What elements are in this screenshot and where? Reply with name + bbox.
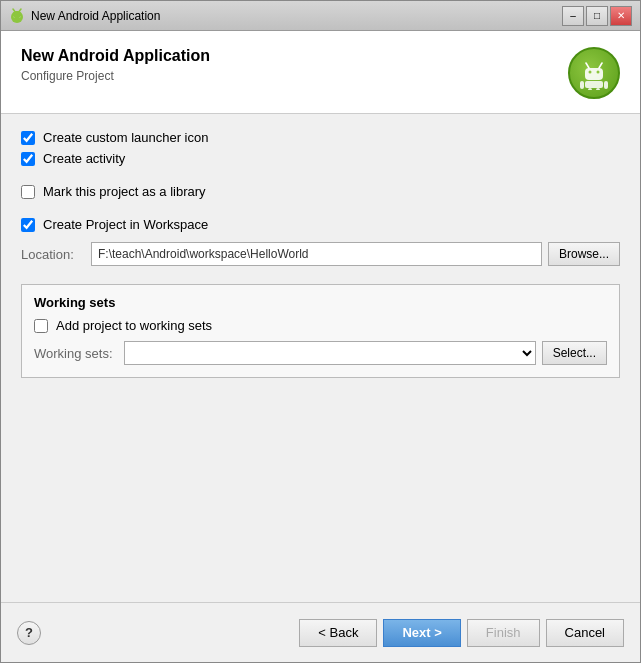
working-sets-label: Working sets: — [34, 346, 124, 361]
maximize-button[interactable]: □ — [586, 6, 608, 26]
footer-buttons: < Back Next > Finish Cancel — [299, 619, 624, 647]
workspace-checkbox[interactable] — [21, 218, 35, 232]
dialog-window: New Android Application – □ ✕ New Androi… — [0, 0, 641, 663]
dialog-header: New Android Application Configure Projec… — [1, 31, 640, 114]
android-robot-svg — [577, 56, 611, 90]
working-sets-select[interactable] — [124, 341, 536, 365]
add-working-sets-label[interactable]: Add project to working sets — [56, 318, 212, 333]
launcher-icon-checkbox[interactable] — [21, 131, 35, 145]
workspace-row: Create Project in Workspace — [21, 217, 620, 232]
launcher-icon-row: Create custom launcher icon — [21, 130, 620, 145]
location-group: Location: Browse... — [21, 242, 620, 266]
library-label[interactable]: Mark this project as a library — [43, 184, 206, 199]
svg-line-5 — [20, 9, 22, 11]
dialog-footer: ? < Back Next > Finish Cancel — [1, 602, 640, 662]
svg-rect-6 — [585, 68, 603, 80]
launcher-icon-label[interactable]: Create custom launcher icon — [43, 130, 208, 145]
svg-line-10 — [599, 63, 602, 68]
dialog-content: Create custom launcher icon Create activ… — [1, 114, 640, 602]
minimize-button[interactable]: – — [562, 6, 584, 26]
add-to-working-sets-row: Add project to working sets — [34, 318, 607, 333]
dialog-subtitle: Configure Project — [21, 69, 210, 83]
workspace-label[interactable]: Create Project in Workspace — [43, 217, 208, 232]
title-bar-icon — [9, 8, 25, 24]
divider-1 — [21, 172, 620, 184]
close-button[interactable]: ✕ — [610, 6, 632, 26]
svg-rect-3 — [13, 11, 21, 18]
svg-rect-14 — [588, 88, 592, 90]
svg-line-4 — [13, 9, 15, 11]
add-working-sets-checkbox[interactable] — [34, 319, 48, 333]
title-bar: New Android Application – □ ✕ — [1, 1, 640, 31]
library-row: Mark this project as a library — [21, 184, 620, 199]
browse-button[interactable]: Browse... — [548, 242, 620, 266]
android-logo — [568, 47, 620, 99]
title-bar-buttons: – □ ✕ — [562, 6, 632, 26]
create-activity-row: Create activity — [21, 151, 620, 166]
location-row: Location: Browse... — [21, 242, 620, 266]
svg-rect-12 — [580, 81, 584, 89]
help-button[interactable]: ? — [17, 621, 41, 645]
working-sets-select-row: Working sets: Select... — [34, 341, 607, 365]
next-button[interactable]: Next > — [383, 619, 460, 647]
working-sets-title: Working sets — [34, 295, 607, 310]
location-input[interactable] — [91, 242, 542, 266]
svg-rect-11 — [585, 81, 603, 88]
finish-button[interactable]: Finish — [467, 619, 540, 647]
title-bar-text: New Android Application — [31, 9, 562, 23]
svg-line-9 — [586, 63, 589, 68]
location-label: Location: — [21, 247, 91, 262]
create-activity-label[interactable]: Create activity — [43, 151, 125, 166]
header-text-group: New Android Application Configure Projec… — [21, 47, 210, 83]
svg-rect-13 — [604, 81, 608, 89]
divider-2 — [21, 205, 620, 217]
svg-rect-15 — [596, 88, 600, 90]
create-activity-checkbox[interactable] — [21, 152, 35, 166]
svg-point-8 — [597, 71, 600, 74]
dialog-title: New Android Application — [21, 47, 210, 65]
working-sets-group: Working sets Add project to working sets… — [21, 284, 620, 378]
working-sets-select-button[interactable]: Select... — [542, 341, 607, 365]
library-checkbox[interactable] — [21, 185, 35, 199]
svg-point-7 — [589, 71, 592, 74]
cancel-button[interactable]: Cancel — [546, 619, 624, 647]
back-button[interactable]: < Back — [299, 619, 377, 647]
